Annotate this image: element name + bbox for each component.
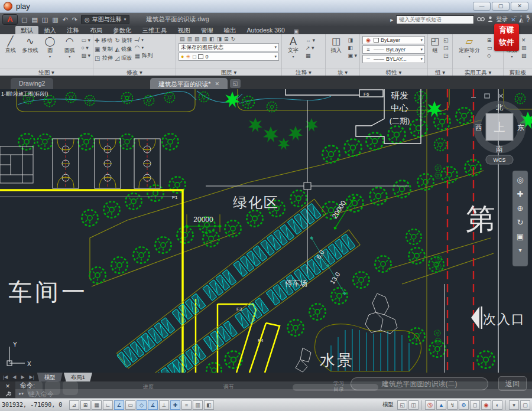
file-tab-drawing2[interactable]: Drawing2 (11, 78, 53, 89)
workspace-dropdown[interactable]: ◎ 草图与注释 ▾ (81, 15, 129, 24)
ungroup-button[interactable]: ◱ (442, 37, 450, 44)
file-tab-current[interactable]: 建筑总平面的识读* ✕ (150, 78, 228, 89)
table-button[interactable]: ▦ (304, 52, 316, 59)
tab-layout[interactable]: 布局 (85, 26, 108, 34)
model-tab[interactable]: 模型 (37, 373, 63, 381)
orbit-icon[interactable]: ↻ (517, 218, 524, 227)
tpy-toggle[interactable]: ▥ (193, 400, 203, 410)
panel-clipboard-label[interactable]: 剪贴板 (504, 68, 532, 76)
command-close-icon[interactable]: ✕ (5, 383, 10, 389)
dyn-toggle[interactable]: ✚ (170, 400, 180, 410)
zoom-icon[interactable]: ⊕ (517, 204, 524, 213)
minimize-button[interactable]: — (473, 2, 491, 11)
otrack-toggle[interactable]: ∡ (148, 400, 158, 410)
drawing-quickview-icon[interactable]: ◫ (408, 400, 419, 410)
first-tab-icon[interactable]: |◀ (1, 374, 9, 380)
signin-link[interactable]: 登录 (496, 15, 508, 24)
acad-window-controls[interactable]: ‒ ▫ ✕ (514, 14, 531, 19)
trim-button[interactable]: –/▾ (135, 37, 153, 43)
qp-toggle[interactable]: ◧ (204, 400, 214, 410)
copy-button[interactable]: ▣复制 (95, 45, 112, 53)
layout1-tab[interactable]: 布局1 (64, 373, 92, 381)
osnap3d-toggle[interactable]: ◇ (137, 400, 147, 410)
layout-quickview-icon[interactable]: ◱ (397, 400, 407, 410)
panel-block-label[interactable]: 块 ▾ (326, 68, 359, 76)
scale-button[interactable]: ◿缩放 (115, 54, 132, 62)
linetype-dropdown[interactable]: ┄—— BYLAY...▾ (362, 55, 425, 63)
clean-screen-icon[interactable]: ▢ (520, 400, 530, 410)
ortho-toggle[interactable]: ∟ (103, 400, 113, 410)
array-button[interactable]: ▦阵列 (135, 52, 153, 60)
redo-icon[interactable]: ↷ (71, 16, 79, 24)
measure-button[interactable]: ▱定距等分▾ (454, 35, 485, 68)
tab-home[interactable]: 默认 (15, 26, 38, 34)
polyline-button[interactable]: ∿多段线 (21, 35, 39, 68)
close-button[interactable]: ✕ (511, 2, 528, 11)
copy-clip-icon[interactable]: ▥ (520, 44, 528, 51)
status-menu-icon[interactable]: ▾ (509, 400, 519, 410)
hatch-button[interactable]: ▨ ▾ (80, 52, 92, 59)
tab-autodesk360[interactable]: Autodesk 360 (242, 26, 290, 34)
layer-dropdown[interactable]: ●✳◻0▾ (179, 53, 279, 61)
navigation-bar[interactable]: ◎ ✚ ⊕ ↻ ▣ ▾ (512, 171, 528, 266)
arc-button[interactable]: ◠圆弧▾ (60, 35, 79, 68)
autoscale-icon[interactable]: ↯ (447, 400, 458, 410)
undo-icon[interactable]: ↶ (61, 16, 69, 24)
steering-wheel-icon[interactable]: ◎ (517, 175, 523, 184)
close-tab-icon[interactable]: ✕ (215, 79, 219, 89)
lock-icon[interactable]: ◻ (470, 400, 480, 410)
new-tab-button[interactable]: ◱ (230, 79, 241, 88)
tab-view[interactable]: 视图 (173, 26, 196, 34)
mirror-button[interactable]: ◭镜像 (115, 45, 132, 53)
command-prompt-icon[interactable]: ▸▾ (19, 391, 24, 396)
create-block-button[interactable]: ◨ (346, 37, 358, 44)
help-search-input[interactable] (396, 15, 474, 24)
showmotion-icon[interactable]: ▣ (517, 232, 524, 241)
maximize-button[interactable]: ▢ (492, 2, 510, 11)
new-icon[interactable]: ▢ (20, 16, 28, 24)
tab-output[interactable]: 输出 (219, 26, 242, 34)
text-button[interactable]: A文字▾ (283, 35, 303, 68)
annotation-scale-icon[interactable]: Ⓢ (425, 400, 435, 410)
save-icon[interactable]: ◫ (41, 16, 49, 24)
osnap-toggle[interactable]: ▭ (125, 400, 135, 410)
stretch-button[interactable]: ◳拉伸 (95, 54, 112, 62)
panel-group-label[interactable]: 组 ▾ (428, 68, 452, 76)
annotation-visibility-icon[interactable]: ▲ (436, 400, 446, 410)
panel-annotation-label[interactable]: 注释 ▾ (282, 68, 325, 76)
id-point-button[interactable]: ◇ (486, 52, 494, 59)
snap-toggle[interactable]: ⊞ (80, 400, 90, 410)
ghost-lesson-pill[interactable]: 建筑总平面图的识读(二) (351, 377, 488, 390)
next-tab-icon[interactable]: ▶ (19, 374, 26, 380)
viewcube[interactable]: 上 北 南 西 东 WCS (475, 103, 524, 164)
isolate-icon[interactable]: ◐ (492, 400, 502, 410)
command-input[interactable] (27, 390, 528, 398)
model-space-button[interactable]: 模型 (380, 401, 396, 409)
circle-button[interactable]: ◯圆▾ (41, 35, 59, 68)
tab-insert[interactable]: 插入 (38, 26, 61, 34)
cut-icon[interactable]: ✕ (520, 37, 528, 44)
line-button[interactable]: ╱直线 (1, 35, 20, 68)
drawing-canvas[interactable]: 20000 20000 6.0 13.0 1-Ⅱ阶段施工图(标段Ⅰ) 绿化区 车… (0, 89, 532, 373)
tab-parametric[interactable]: 参数化 (108, 26, 137, 34)
panel-properties-label[interactable]: 特性 ▾ (360, 68, 427, 76)
tab-manage[interactable]: 管理 (196, 26, 219, 34)
command-input-row[interactable]: ▸▾ (15, 389, 532, 398)
ghost-back-button[interactable]: 返回 (498, 376, 527, 391)
prev-tab-icon[interactable]: ◀ (11, 374, 18, 380)
ducs-toggle[interactable]: ⊥ (159, 400, 169, 410)
open-icon[interactable]: ▤ (30, 16, 38, 24)
block-attr-button[interactable]: ▣ ▾ (346, 52, 358, 59)
move-button[interactable]: ✚移动 (95, 37, 112, 44)
ghost-pause-button[interactable] (45, 381, 60, 395)
polar-toggle[interactable]: ∠ (114, 400, 124, 410)
grid-toggle[interactable]: ▦ (92, 400, 102, 410)
edit-block-button[interactable]: ◧ (346, 44, 358, 51)
ellipse-button[interactable]: ○ ▾ (80, 44, 92, 51)
quickcalc-button[interactable]: ▭ (486, 44, 494, 51)
rotate-button[interactable]: ↻旋转 (115, 37, 132, 44)
layer-tools-row[interactable]: ▤▥▧▨◧◨⊞↻ (179, 36, 279, 42)
lwt-toggle[interactable]: ≡ (181, 400, 192, 410)
paste-special-icon[interactable]: ▧ (520, 52, 528, 59)
group-edit-button[interactable]: ◲ (442, 44, 450, 51)
